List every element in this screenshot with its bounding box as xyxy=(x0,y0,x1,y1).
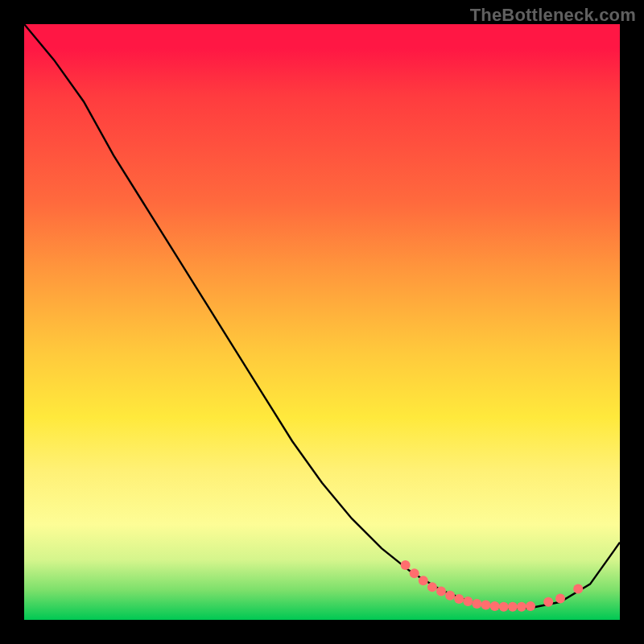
data-marker xyxy=(481,601,491,610)
data-marker xyxy=(419,576,428,585)
chart-frame: TheBottleneck.com xyxy=(0,0,644,644)
data-marker xyxy=(517,602,526,612)
data-marker xyxy=(436,587,446,597)
data-marker xyxy=(472,599,481,609)
data-marker xyxy=(410,568,419,578)
plot-area xyxy=(24,24,620,620)
watermark-text: TheBottleneck.com xyxy=(470,5,636,26)
data-marker xyxy=(555,593,565,603)
data-marker xyxy=(445,591,455,601)
data-marker xyxy=(427,582,437,592)
data-marker xyxy=(543,597,553,607)
data-marker xyxy=(573,584,583,594)
data-marker xyxy=(490,601,500,611)
data-marker xyxy=(499,602,509,612)
data-marker xyxy=(526,601,535,611)
bottleneck-curve xyxy=(24,24,620,608)
data-marker xyxy=(508,602,518,612)
data-marker xyxy=(401,560,411,570)
data-marker xyxy=(463,597,473,606)
chart-svg xyxy=(24,24,620,620)
data-marker xyxy=(454,594,464,604)
